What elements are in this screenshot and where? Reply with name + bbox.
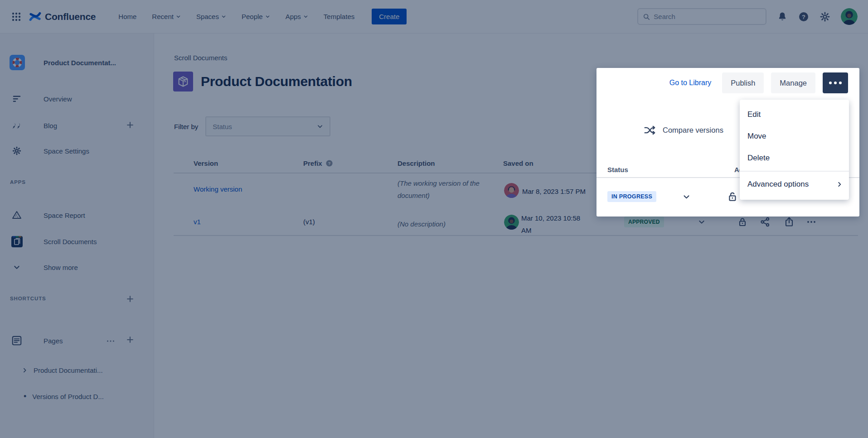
- go-to-library-link[interactable]: Go to Library: [669, 79, 711, 87]
- menu-item-edit[interactable]: Edit: [740, 104, 849, 125]
- menu-divider: [740, 171, 849, 172]
- status-badge-in-progress[interactable]: IN PROGRESS: [607, 191, 656, 202]
- chevron-right-icon: [836, 181, 843, 188]
- more-options-button[interactable]: [823, 72, 848, 93]
- menu-item-advanced-options[interactable]: Advanced options: [740, 173, 849, 195]
- panel-column-header-status: Status: [607, 166, 628, 173]
- menu-item-delete[interactable]: Delete: [740, 147, 849, 169]
- compare-versions-label: Compare versions: [663, 126, 723, 135]
- publish-button[interactable]: Publish: [722, 72, 764, 93]
- compare-versions-button[interactable]: Compare versions: [644, 122, 723, 138]
- unlock-icon[interactable]: [727, 191, 739, 202]
- more-options-dropdown: Edit Move Delete Advanced options: [740, 100, 849, 200]
- modal-blanket-overlay[interactable]: [0, 0, 868, 438]
- compare-shuffle-icon: [644, 124, 656, 136]
- manage-button[interactable]: Manage: [771, 72, 815, 93]
- menu-item-move[interactable]: Move: [740, 125, 849, 147]
- status-chevron-icon[interactable]: [683, 193, 690, 201]
